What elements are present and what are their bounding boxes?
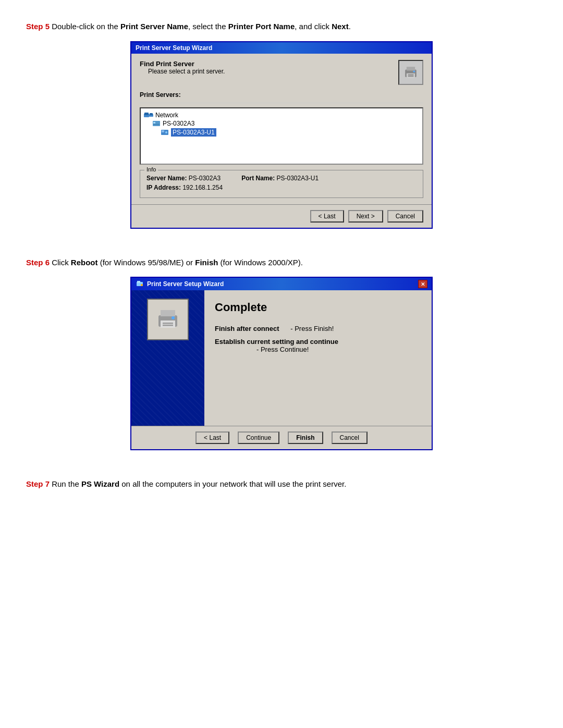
svg-rect-3	[408, 74, 414, 75]
tree-port-label: PS-0302A3-U1	[171, 128, 216, 137]
svg-rect-14	[162, 130, 164, 132]
dialog2-last-button[interactable]: < Last	[195, 431, 229, 444]
svg-rect-20	[161, 310, 175, 316]
dialog2-close-button[interactable]: ✕	[418, 280, 427, 288]
step5-text: Step 5 Double-click on the Print Server …	[26, 21, 537, 33]
item1-value: - Press Finish!	[290, 325, 334, 332]
dialog1: Print Server Setup Wizard Find Print Ser…	[130, 41, 433, 229]
item2-value: - Press Continue!	[256, 346, 309, 353]
dialog2-title-text: Print Server Setup Wizard	[147, 280, 224, 288]
svg-rect-1	[407, 67, 415, 70]
port-icon	[161, 129, 169, 136]
tree-port[interactable]: PS-0302A3-U1	[161, 128, 419, 137]
complete-item-2: Establish current setting and continue -…	[215, 338, 421, 353]
dialog1-next-button[interactable]: Next >	[348, 210, 383, 223]
tree-view[interactable]: Network PS-0302A3	[140, 107, 423, 165]
dialog2-left-panel	[131, 290, 204, 426]
info-legend: Info	[144, 166, 158, 172]
step7-text: Step 7 Run the PS Wizard on all the comp…	[26, 478, 537, 490]
port-name-value: PS-0302A3-U1	[276, 175, 319, 182]
dialog2-continue-button[interactable]: Continue	[238, 431, 279, 444]
svg-rect-21	[161, 320, 175, 328]
tree-server[interactable]: PS-0302A3	[152, 120, 419, 127]
info-box: Info Server Name: PS-0302A3 Port Name: P…	[140, 170, 423, 198]
info-row-2: IP Address: 192.168.1.254	[146, 184, 417, 191]
tree-network[interactable]: Network	[144, 112, 419, 119]
dialog1-footer: < Last Next > Cancel	[131, 204, 432, 228]
divider1	[140, 103, 423, 103]
step6-block: Step 6 Click Reboot (for Windows 95/98/M…	[26, 257, 537, 466]
ip-value: 192.168.1.254	[182, 184, 223, 191]
dialog1-wrapper: Print Server Setup Wizard Find Print Ser…	[26, 41, 537, 244]
svg-rect-17	[137, 281, 140, 283]
dialog1-body: Find Print Server Please select a print …	[131, 54, 432, 204]
dialog2-titlebar: Print Server Setup Wizard ✕	[131, 278, 432, 290]
dialog1-title-text: Print Server Setup Wizard	[136, 44, 212, 52]
step6-text: Step 6 Click Reboot (for Windows 95/98/M…	[26, 257, 537, 269]
server-name-value: PS-0302A3	[189, 175, 221, 182]
svg-rect-23	[163, 325, 173, 326]
dialog1-title-area: Print Server Setup Wizard	[136, 44, 212, 52]
item1-label: Finish after connect	[215, 325, 279, 332]
dialog1-header-text: Find Print Server Please select a print …	[140, 60, 225, 75]
server-name-info: Server Name: PS-0302A3	[146, 175, 221, 182]
print-servers-label: Print Servers:	[140, 91, 423, 98]
dialog2-body: Complete Finish after connect - Press Fi…	[131, 290, 432, 426]
dialog2-finish-button[interactable]: Finish	[288, 431, 323, 444]
svg-rect-22	[163, 323, 173, 324]
dialog2: Print Server Setup Wizard ✕	[130, 277, 433, 450]
step5-block: Step 5 Double-click on the Print Server …	[26, 21, 537, 244]
svg-rect-11	[153, 122, 155, 124]
find-print-server-title: Find Print Server	[140, 60, 225, 68]
spacer1	[281, 325, 288, 332]
dialog2-wrapper: Print Server Setup Wizard ✕	[26, 277, 537, 466]
port-name-info: Port Name: PS-0302A3-U1	[241, 175, 319, 182]
svg-rect-7	[144, 113, 149, 115]
dialog1-titlebar: Print Server Setup Wizard	[131, 42, 432, 54]
dialog1-cancel-button[interactable]: Cancel	[387, 210, 423, 223]
dialog2-footer: < Last Continue Finish Cancel	[131, 426, 432, 449]
svg-rect-4	[408, 76, 414, 77]
svg-point-5	[413, 70, 415, 72]
svg-rect-12	[153, 124, 160, 125]
svg-point-18	[141, 284, 143, 286]
step6-label: Step 6	[26, 258, 50, 267]
printer-icon-box	[398, 60, 423, 85]
complete-item-1: Finish after connect - Press Finish!	[215, 325, 421, 332]
network-icon	[144, 112, 153, 119]
dialog1-last-button[interactable]: < Last	[310, 210, 344, 223]
svg-point-24	[172, 316, 175, 319]
svg-rect-9	[150, 113, 153, 115]
step5-label: Step 5	[26, 22, 50, 31]
ip-info: IP Address: 192.168.1.254	[146, 184, 223, 191]
svg-point-15	[165, 131, 167, 133]
dialog2-printer-icon	[153, 305, 182, 334]
dialog2-title-area: Print Server Setup Wizard	[136, 280, 224, 288]
find-print-server-subtitle: Please select a print server.	[148, 68, 225, 75]
tree-network-label: Network	[155, 112, 178, 119]
tree-server-label: PS-0302A3	[163, 120, 194, 127]
server-icon	[152, 120, 161, 127]
item2-label: Establish current setting and continue	[215, 338, 338, 346]
step7-block: Step 7 Run the PS Wizard on all the comp…	[26, 478, 537, 490]
printer-icon	[401, 63, 420, 82]
dialog2-printer-box	[147, 299, 189, 340]
step7-label: Step 7	[26, 479, 50, 488]
info-row-1: Server Name: PS-0302A3 Port Name: PS-030…	[146, 175, 417, 182]
dialog2-title-icon	[136, 280, 144, 288]
dialog1-header: Find Print Server Please select a print …	[140, 60, 423, 85]
dialog2-cancel-button[interactable]: Cancel	[332, 431, 368, 444]
dialog2-right-panel: Complete Finish after connect - Press Fi…	[204, 290, 432, 426]
complete-heading: Complete	[215, 301, 421, 314]
